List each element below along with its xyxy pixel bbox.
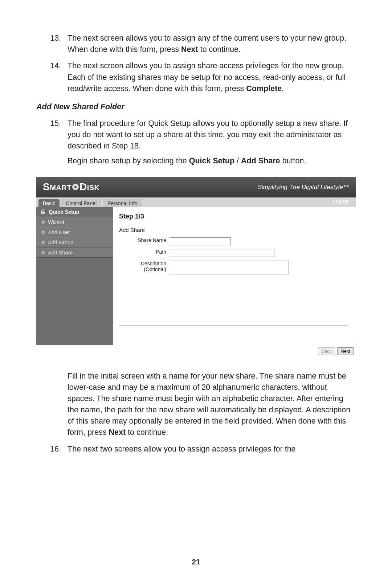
disk-glyph-icon (72, 183, 79, 191)
item-number-14: 14. (36, 60, 68, 94)
app-body: Quick Setup Wizard Add User Add Group Ad… (36, 207, 356, 345)
chevron-right-icon (41, 251, 45, 254)
logo-text-smart: Smart (43, 181, 72, 192)
tagline: Simplifying The Digital Lifestyle™ (258, 184, 349, 191)
tab-basic[interactable]: Basic (38, 199, 60, 207)
text: The next screen allows you to assign sha… (68, 61, 346, 93)
item-number-blank (36, 371, 68, 438)
tab-control-panel[interactable]: Control Panel (61, 199, 101, 207)
chevron-right-icon (41, 220, 45, 224)
bold-complete: Complete (246, 84, 282, 93)
svg-point-1 (74, 186, 77, 188)
item-text-15-cont: Fill in the initial screen with a name f… (68, 371, 356, 438)
bold-next: Next (181, 45, 198, 54)
subheading-add-new-shared-folder: Add New Shared Folder (36, 102, 356, 111)
sidebar-item-label: Quick Setup (49, 209, 79, 215)
sidebar-item-quick-setup[interactable]: Quick Setup (36, 207, 113, 217)
logo: Smart Disk (43, 181, 100, 193)
wizard-footer: Back Next (36, 345, 356, 358)
divider (119, 325, 348, 326)
app-header: Smart Disk Simplifying The Digital Lifes… (36, 177, 356, 197)
lock-icon (40, 209, 46, 215)
item-text-15: The final procedure for Quick Setup allo… (68, 118, 356, 171)
paragraph: The final procedure for Quick Setup allo… (68, 118, 356, 152)
label-path: Path (119, 249, 170, 255)
section-label: Add Share (119, 227, 348, 233)
form-row-description: Description (Optional) (119, 261, 348, 274)
text: / (234, 156, 241, 165)
sidebar-item-label: Add User (48, 229, 70, 235)
sidebar-item-label: Add Share (48, 250, 73, 256)
svg-rect-2 (41, 212, 45, 214)
screenshot-panel: Smart Disk Simplifying The Digital Lifes… (36, 177, 356, 360)
sidebar-item-label: Add Group (48, 240, 73, 245)
form-row-share-name: Share Name (119, 237, 348, 245)
label-description: Description (Optional) (119, 261, 170, 272)
text: button. (280, 156, 306, 165)
sidebar-item-wizard[interactable]: Wizard (36, 217, 113, 227)
sidebar: Quick Setup Wizard Add User Add Group Ad… (36, 207, 113, 345)
next-button[interactable]: Next (337, 347, 354, 355)
step-title: Step 1/3 (119, 213, 348, 220)
form-row-path: Path (119, 249, 348, 257)
description-textarea[interactable] (170, 261, 289, 274)
list-item-16: 16. The next two screens allow you to as… (36, 444, 356, 455)
text: (Optional) (144, 266, 166, 272)
chevron-right-icon (41, 230, 45, 234)
main-area: Step 1/3 Add Share Share Name Path Descr… (113, 207, 356, 345)
logo-text-disk: Disk (79, 181, 100, 192)
text: to continue. (126, 428, 168, 437)
bold-next: Next (109, 428, 126, 437)
text: Description (141, 261, 166, 266)
list-item-13: 13. The next screen allows you to assign… (36, 33, 356, 55)
back-button: Back (318, 347, 335, 355)
item-text-16: The next two screens allow you to assign… (68, 444, 356, 455)
bold-quick-setup: Quick Setup (189, 156, 234, 165)
item-text-14: The next screen allows you to assign sha… (68, 60, 356, 94)
list-item-15: 15. The final procedure for Quick Setup … (36, 118, 356, 171)
sidebar-item-add-share[interactable]: Add Share (36, 248, 113, 258)
sidebar-item-add-group[interactable]: Add Group (36, 237, 113, 248)
text: . (282, 84, 284, 93)
item-number-13: 13. (36, 33, 68, 55)
tab-personal-info[interactable]: Personal Info (103, 199, 142, 207)
list-item-15-cont: Fill in the initial screen with a name f… (36, 371, 356, 438)
sidebar-item-label: Wizard (48, 219, 64, 225)
text: to continue. (198, 45, 241, 54)
path-input[interactable] (170, 249, 274, 257)
logout-link[interactable]: Logout (333, 199, 348, 204)
paragraph: Begin share setup by selecting the Quick… (68, 155, 356, 167)
bold-add-share: Add Share (241, 156, 280, 165)
item-number-16: 16. (36, 444, 68, 455)
chevron-right-icon (41, 241, 45, 244)
label-share-name: Share Name (119, 237, 170, 243)
list-item-14: 14. The next screen allows you to assign… (36, 60, 356, 94)
text: Begin share setup by selecting the (68, 156, 189, 165)
share-name-input[interactable] (170, 237, 231, 245)
item-text-13: The next screen allows you to assign any… (68, 33, 356, 55)
item-number-15: 15. (36, 118, 68, 171)
tabs-row: Basic Control Panel Personal Info Logout (36, 197, 356, 207)
sidebar-item-add-user[interactable]: Add User (36, 227, 113, 237)
page-number: 21 (0, 558, 392, 566)
text: Fill in the initial screen with a name f… (68, 372, 350, 437)
disk-icon (72, 182, 79, 193)
